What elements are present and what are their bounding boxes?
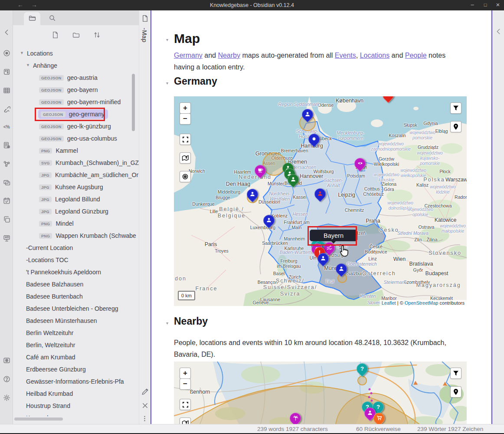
templater-icon[interactable]: <% [1,122,12,132]
tree-item-kuhsee-augsburg[interactable]: JPGKuhsee Augsburg [13,181,139,193]
filter-button[interactable] [450,368,461,379]
map-pin-person[interactable] [302,109,313,123]
expand-right-sidebar-icon[interactable] [495,28,502,37]
zoom-out-button[interactable]: − [180,378,191,390]
link-nearby[interactable]: Nearby [218,52,240,59]
fullscreen-button[interactable] [180,134,191,145]
tree-item-badesee-burtenbach[interactable]: Badesee Burtenbach [13,290,139,302]
map-pin-cart[interactable] [373,413,385,424]
nearby-map[interactable]: ßenhorn ??? +− [174,362,467,424]
map-pin-person-red[interactable] [314,188,326,202]
tree-item-geo-bayern-minified[interactable]: GEOJSONgeo-bayern-minified [13,96,139,108]
tree-item-geo-bayern[interactable]: GEOJSONgeo-bayern [13,84,139,96]
fold-indicator[interactable]: ▾ [166,321,168,326]
tree-item-heilbad-krumbad[interactable]: Heilbad Krumbad [13,388,139,400]
new-note-button[interactable] [49,29,61,40]
fit-markers-button[interactable] [180,418,191,424]
filter-button[interactable] [450,102,461,114]
tree-item-berlin-weltzeituhr[interactable]: Berlin Weltzeituhr [13,327,139,339]
tree-vertical-scrollbar[interactable] [132,74,135,131]
tree-item-gewässer-informations-erlebnis-pfa[interactable]: Gewässer-Informations-Erlebnis-Pfa [13,375,139,388]
germany-map[interactable]: LondonDen HaagGroningenBremenHannoverHam… [174,96,467,306]
tree-item-mindel[interactable]: PNGMindel [13,217,139,230]
osm-link[interactable]: OpenStreetMap [405,300,439,306]
tree-item-geo-usa-columbus[interactable]: GEOJSONgeo-usa-columbus [13,132,139,145]
tree-item--current-location[interactable]: -Current Location [13,242,139,254]
presentation-icon[interactable] [1,233,12,243]
more-options-icon[interactable] [141,415,149,423]
zoom-in-button[interactable]: + [180,368,191,379]
tree-item-kammel[interactable]: PNGKammel [13,145,139,157]
edit-toggle-icon[interactable] [141,388,149,396]
tree-item-legoland-günzburg[interactable]: JPGLegoland Günzburg [13,205,139,217]
pane-tab-label[interactable]: -Map [141,28,148,43]
tree-horizontal-scrollbar[interactable] [14,418,63,421]
tree-item-caf-am-krumbad[interactable]: Café am Krumbad [13,351,139,363]
fullscreen-button[interactable] [180,399,191,410]
tree-folder-locations[interactable]: ▼Locations [13,47,139,59]
tree-item-legoland-billund[interactable]: JPGLegoland Billund [13,193,139,205]
close-pane-icon[interactable] [141,402,149,410]
calendar-icon[interactable] [1,195,12,206]
tree-item-erdbeersee-günzburg[interactable]: Erdbeersee Günzburg [13,363,139,375]
fit-markers-button[interactable] [180,152,191,164]
help-icon[interactable] [1,374,12,384]
search-tab[interactable] [44,12,60,25]
marker-style-button[interactable] [450,386,461,398]
link-locations[interactable]: Locations [360,52,390,59]
tree-item-badesee-unterbleichen-oberegg[interactable]: Badesee Unterbleichen - Oberegg [13,302,139,315]
locate-button[interactable] [180,171,191,182]
leaflet-link[interactable]: Leaflet [382,300,396,306]
tree-folder-anhänge[interactable]: ▼Anhänge [13,59,139,72]
marker-style-button[interactable] [450,121,461,132]
tree-item-berlin-weltzeituhr[interactable]: Berlin, Weltzeituhr [13,339,139,351]
sort-button[interactable] [91,29,102,40]
map-pin-person[interactable] [247,189,258,203]
note-composer-icon[interactable] [1,140,12,150]
collapse-left-sidebar-icon[interactable] [1,27,12,37]
zoom-in-button[interactable]: + [180,102,191,114]
collapse-arrow-icon[interactable]: ▼ [26,63,30,67]
map-pin-person[interactable] [336,263,347,277]
map-pin-quest[interactable]: ? [357,363,368,377]
map-pin-dot[interactable] [308,134,320,148]
settings-icon[interactable] [1,392,12,403]
map-pin-palm[interactable] [290,413,301,424]
map-pin-eye[interactable] [354,158,366,172]
tree-item-geo-austria[interactable]: GEOJSONgeo-austria [13,72,139,84]
random-note-icon[interactable] [1,66,12,77]
tree-item-krumbächle-am-südlichen-or[interactable]: JPGKrumbächle_am_südlichen_Or [13,169,139,181]
map-pin-person[interactable] [317,253,329,267]
screenshot-icon[interactable] [1,355,12,365]
tree-item--locations-toc[interactable]: -Locations TOC [13,254,139,266]
graph-view-icon[interactable] [1,158,12,169]
tree-item-geo-germany[interactable]: GEOJSONgeo-germany [13,108,139,120]
tree-item-'t-pannekoekhuis-apeldoorn[interactable]: 't Pannekoekhuis Apeldoorn [13,266,139,278]
map-pin-person[interactable] [263,215,275,229]
close-button[interactable]: × [491,0,504,10]
tree-item-badesee-balzhausen[interactable]: Badesee Balzhausen [13,278,139,290]
tree-item-geo-lk-günzburg[interactable]: GEOJSONgeo-lk-günzburg [13,120,139,132]
table-icon[interactable] [1,85,12,95]
record-audio-icon[interactable] [1,48,12,58]
zoom-out-button[interactable]: − [180,113,191,125]
map-pin-dot[interactable] [383,96,394,103]
tree-item-houstrup-strand[interactable]: Houstrup Strand [13,400,139,412]
fold-indicator[interactable]: ▾ [166,37,168,42]
tree-item-kammel[interactable]: Kammel [13,412,139,416]
link-events[interactable]: Events [335,52,356,59]
link-germany[interactable]: Germany [174,52,203,59]
link-people[interactable]: People [405,52,427,59]
map-pin-person[interactable] [288,174,299,188]
fold-indicator[interactable]: ▾ [166,81,168,85]
map-pin-cup[interactable] [255,165,266,179]
backlink-count[interactable]: 60 Rückverweise [356,424,401,434]
tree-item-krumbach-schwaben-in-gz[interactable]: SVGKrumbach_(Schwaben)_in_GZ [13,157,139,169]
maximize-button[interactable]: □ [479,0,492,10]
new-folder-button[interactable] [70,29,82,40]
slides-icon[interactable] [1,177,12,187]
minimize-button[interactable]: – [466,0,479,10]
files-tab[interactable] [24,12,40,25]
collapse-arrow-icon[interactable]: ▼ [20,51,24,55]
tree-item-badeseen-münsterhausen[interactable]: Badeseen Münsterhausen [13,315,139,327]
